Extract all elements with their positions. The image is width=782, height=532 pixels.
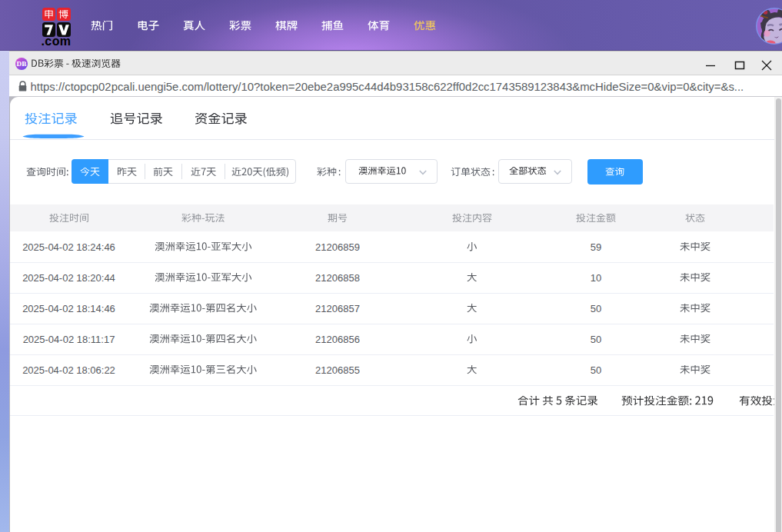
svg-text:DB: DB bbox=[16, 60, 26, 68]
